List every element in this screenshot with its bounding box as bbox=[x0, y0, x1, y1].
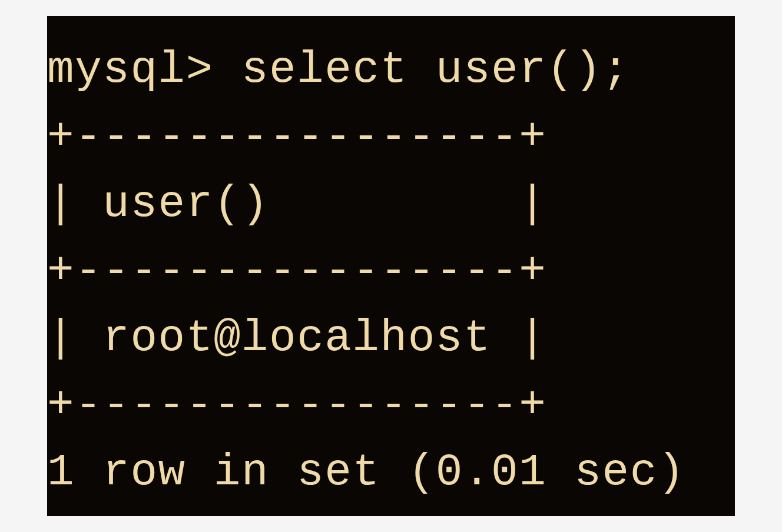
table-mid-border: +----------------+ bbox=[47, 238, 735, 305]
terminal-window[interactable]: mysql> select user(); +----------------+… bbox=[47, 16, 735, 516]
table-column-header: | user() | bbox=[47, 171, 735, 238]
table-top-border: +----------------+ bbox=[47, 104, 735, 171]
table-data-row: | root@localhost | bbox=[47, 305, 735, 372]
table-bottom-border: +----------------+ bbox=[47, 372, 735, 439]
mysql-prompt: mysql> bbox=[47, 45, 241, 95]
command-line: mysql> select user(); bbox=[47, 36, 735, 104]
sql-command: select user(); bbox=[241, 45, 630, 95]
status-line: 1 row in set (0.01 sec) bbox=[47, 439, 735, 506]
